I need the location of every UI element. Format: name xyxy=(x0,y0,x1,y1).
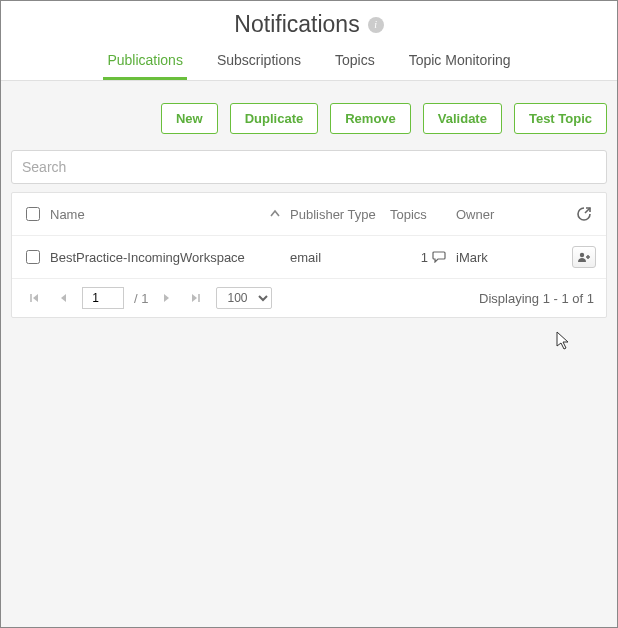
header-actions xyxy=(516,203,596,225)
page-title: Notifications xyxy=(234,11,359,38)
grid-header-row: Name Publisher Type Topics Owner xyxy=(12,193,606,236)
topics-count: 1 xyxy=(421,250,428,265)
cell-owner: iMark xyxy=(446,250,516,265)
title-row: Notifications i xyxy=(1,1,617,44)
total-pages-label: / 1 xyxy=(134,291,148,306)
cell-publisher-type: email xyxy=(290,250,390,265)
header-owner[interactable]: Owner xyxy=(446,207,516,222)
tab-topics[interactable]: Topics xyxy=(331,44,379,80)
test-topic-button[interactable]: Test Topic xyxy=(514,103,607,134)
select-all-cell xyxy=(22,204,50,224)
remove-button[interactable]: Remove xyxy=(330,103,411,134)
select-all-checkbox[interactable] xyxy=(26,207,40,221)
cell-actions xyxy=(516,246,596,268)
row-checkbox[interactable] xyxy=(26,250,40,264)
sort-asc-icon xyxy=(270,209,280,219)
tab-publications[interactable]: Publications xyxy=(103,44,187,80)
svg-point-0 xyxy=(580,253,584,257)
grid: Name Publisher Type Topics Owner BestPra… xyxy=(11,192,607,318)
validate-button[interactable]: Validate xyxy=(423,103,502,134)
cursor-icon xyxy=(556,331,572,351)
prev-page-button[interactable] xyxy=(54,292,72,304)
page-size-select[interactable]: 100 xyxy=(216,287,272,309)
header: Notifications i Publications Subscriptio… xyxy=(1,1,617,81)
duplicate-button[interactable]: Duplicate xyxy=(230,103,319,134)
first-page-button[interactable] xyxy=(24,292,44,304)
paginator: / 1 100 Displaying 1 - 1 of 1 xyxy=(12,279,606,317)
new-button[interactable]: New xyxy=(161,103,218,134)
tab-subscriptions[interactable]: Subscriptions xyxy=(213,44,305,80)
display-range-label: Displaying 1 - 1 of 1 xyxy=(479,291,594,306)
tab-bar: Publications Subscriptions Topics Topic … xyxy=(1,44,617,80)
tab-topic-monitoring[interactable]: Topic Monitoring xyxy=(405,44,515,80)
header-name[interactable]: Name xyxy=(50,207,290,222)
search-wrap xyxy=(1,150,617,192)
page-number-input[interactable] xyxy=(82,287,124,309)
toolbar: New Duplicate Remove Validate Test Topic xyxy=(1,81,617,150)
header-name-label: Name xyxy=(50,207,85,222)
header-topics[interactable]: Topics xyxy=(390,207,446,222)
speech-bubble-icon xyxy=(432,251,446,263)
info-icon[interactable]: i xyxy=(368,17,384,33)
export-icon[interactable] xyxy=(572,203,596,225)
search-input[interactable] xyxy=(11,150,607,184)
next-page-button[interactable] xyxy=(158,292,176,304)
last-page-button[interactable] xyxy=(186,292,206,304)
cell-topics: 1 xyxy=(390,250,446,265)
header-publisher-type[interactable]: Publisher Type xyxy=(290,207,390,222)
cell-name: BestPractice-IncomingWorkspace xyxy=(50,250,290,265)
row-check-cell xyxy=(22,247,50,267)
add-user-icon[interactable] xyxy=(572,246,596,268)
table-row[interactable]: BestPractice-IncomingWorkspace email 1 i… xyxy=(12,236,606,279)
